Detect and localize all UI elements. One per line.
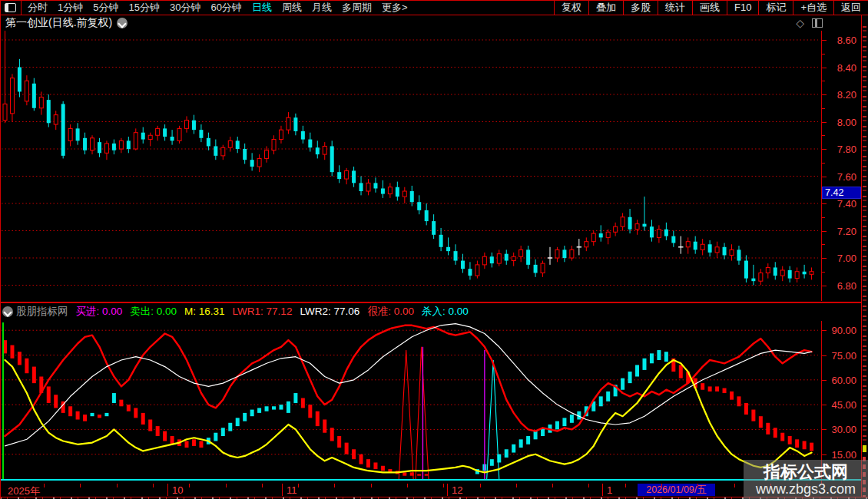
time-tick (262, 484, 263, 487)
time-tick (516, 484, 517, 487)
time-tick (443, 484, 444, 487)
indicator-header: 股朋指标网 买进: 0.00卖出: 0.00M: 16.31LWR1: 77.1… (0, 304, 819, 319)
time-tick (44, 484, 45, 487)
month-tick (447, 484, 448, 496)
axis-tick (822, 330, 827, 331)
action-item-5[interactable]: F10 (727, 0, 758, 15)
time-tick (117, 484, 118, 487)
time-axis-label-1: 10 (172, 484, 183, 496)
last-price-tag: 7.42 (822, 187, 861, 199)
axis-tick (822, 149, 827, 150)
axis-minor-tick (822, 217, 825, 218)
axis-minor-tick (822, 244, 825, 245)
time-axis: 2026/01/09/五 2025年1011121 (0, 484, 861, 497)
axis-minor-tick (822, 272, 825, 273)
split-panel-icon[interactable] (812, 18, 823, 28)
time-tick (153, 484, 154, 487)
time-tick (625, 484, 626, 487)
action-item-6[interactable]: 标记 (758, 0, 793, 15)
axis-minor-tick (822, 163, 825, 164)
top-toolbar: 分时1分钟5分钟15分钟30分钟60分钟日线周线月线多周期更多> 复权叠加多股统… (0, 0, 868, 15)
action-item-0[interactable]: 复权 (554, 0, 588, 15)
collapse-icon[interactable] (2, 306, 13, 317)
axis-tick (822, 231, 827, 232)
axis-tick (822, 122, 827, 123)
time-axis-label-4: 1 (607, 484, 612, 496)
action-item-2[interactable]: 多股 (623, 0, 658, 15)
range-start-line (2, 322, 4, 480)
action-item-7[interactable]: +自选 (793, 0, 833, 15)
period-item-0[interactable]: 分时 (28, 1, 48, 15)
action-menu: 复权叠加多股统计画线F10标记+自选返回 (554, 0, 868, 15)
period-item-9[interactable]: 多周期 (342, 1, 372, 15)
time-axis-label-2: 11 (287, 484, 297, 496)
axis-tick (822, 405, 827, 405)
axis-tick (822, 286, 827, 286)
time-tick (734, 484, 735, 487)
period-item-3[interactable]: 15分钟 (128, 1, 159, 15)
period-item-8[interactable]: 月线 (312, 1, 332, 15)
indicator-field-0: 买进: 0.00 (76, 306, 123, 317)
window-left-border (0, 0, 1, 499)
candlestick-chart[interactable] (0, 31, 819, 301)
time-tick (80, 484, 81, 487)
indicator-field-1: 卖出: 0.00 (130, 306, 177, 317)
month-tick (167, 484, 168, 496)
watermark-url: www.zbgs3.com (756, 481, 856, 497)
period-item-10[interactable]: 更多> (382, 1, 408, 15)
watermark-title: 指标公式网 (764, 463, 848, 481)
time-tick (226, 484, 227, 487)
time-tick (298, 484, 299, 487)
sidebar-glyph-fragments (863, 26, 866, 441)
axis-minor-tick (822, 54, 825, 55)
time-tick (552, 484, 553, 487)
time-tick (189, 484, 190, 487)
title-icons: ◇ (796, 18, 823, 28)
period-menu: 分时1分钟5分钟15分钟30分钟60分钟日线周线月线多周期更多> (28, 1, 417, 15)
indicator-name[interactable]: 股朋指标网 (16, 305, 68, 319)
axis-tick (822, 94, 827, 95)
axis-tick (822, 40, 827, 41)
time-tick (697, 484, 698, 487)
axis-tick (822, 68, 827, 68)
axis-tick (822, 429, 827, 430)
indicator-field-6: 杀入: 0.00 (422, 306, 469, 317)
price-axis-line (821, 31, 822, 301)
indicator-values: 买进: 0.00卖出: 0.00M: 16.31LWR1: 77.12LWR2:… (76, 305, 476, 319)
month-tick (602, 484, 603, 496)
period-item-7[interactable]: 周线 (282, 1, 302, 15)
period-item-2[interactable]: 5分钟 (93, 1, 118, 15)
title-row: 第一创业(日线.前复权) ◇ (0, 15, 861, 31)
trading-app-window: 分时1分钟5分钟15分钟30分钟60分钟日线周线月线多周期更多> 复权叠加多股统… (0, 0, 868, 499)
indicator-field-5: 很准: 0.00 (367, 306, 414, 317)
axis-minor-tick (822, 135, 825, 136)
axis-tick (822, 177, 827, 177)
time-tick (407, 484, 408, 487)
period-item-6[interactable]: 日线 (252, 1, 272, 15)
last-date-tag: 2026/01/09/五 (638, 484, 715, 496)
axis-minor-tick (822, 108, 825, 109)
axis-tick (822, 380, 827, 381)
period-item-5[interactable]: 60分钟 (210, 1, 241, 15)
axis-tick (822, 203, 827, 204)
indicator-field-4: LWR2: 77.06 (300, 306, 359, 317)
action-item-3[interactable]: 统计 (658, 0, 692, 15)
chevron-down-icon[interactable] (117, 18, 128, 28)
action-item-8[interactable]: 返回 (833, 0, 868, 15)
indicator-chart[interactable] (0, 321, 819, 484)
period-item-4[interactable]: 30分钟 (170, 1, 200, 15)
diamond-icon[interactable]: ◇ (796, 18, 804, 28)
action-item-1[interactable]: 叠加 (588, 0, 623, 15)
clipped-sidebar[interactable] (862, 15, 868, 497)
window-layout-icon[interactable] (0, 1, 22, 15)
window-top-border (0, 0, 868, 1)
period-item-1[interactable]: 1分钟 (58, 1, 83, 15)
indicator-field-2: M: 16.31 (184, 306, 225, 317)
action-item-4[interactable]: 画线 (692, 0, 727, 15)
axis-tick (822, 258, 827, 259)
indicator-field-3: LWR1: 77.12 (233, 306, 293, 317)
layout-icon (5, 3, 16, 12)
time-axis-label-3: 12 (452, 484, 462, 496)
watermark: 指标公式网 www.zbgs3.com (744, 460, 868, 499)
time-tick (661, 484, 662, 487)
